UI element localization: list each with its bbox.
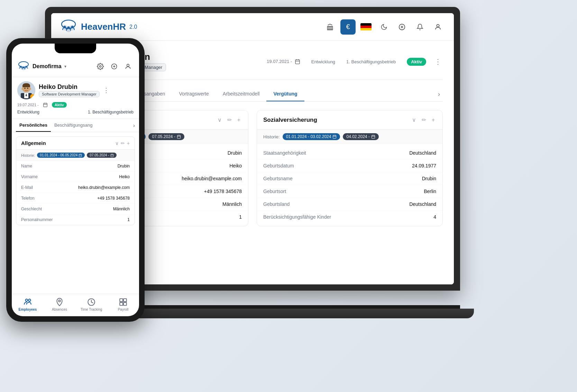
- svg-rect-78: [123, 299, 127, 302]
- app-version: 2.0: [129, 24, 137, 30]
- phone-company-name: Demofirma: [33, 63, 62, 70]
- employee-more-button[interactable]: ⋮: [433, 56, 443, 67]
- phone-nav-time-tracking[interactable]: Time Tracking: [75, 296, 107, 313]
- allgemein-chevron-icon[interactable]: ∨: [216, 115, 223, 125]
- phone-label-geschlecht: Geschlecht: [21, 207, 42, 211]
- phone-tab-persoenliches[interactable]: Persönliches: [16, 119, 51, 132]
- laptop-logo: HeavenHR 2.0: [59, 18, 137, 36]
- phone-tabs-more-icon[interactable]: ›: [133, 122, 135, 129]
- svg-point-8: [437, 24, 439, 27]
- phone-nav-absences[interactable]: Absences: [44, 296, 75, 313]
- sozialversicherung-card-header: Sozialversicherung ∨ ✏ +: [257, 110, 442, 130]
- field-staatsangehoerigkeit: Staatsangehörigkeit Deutschland: [257, 147, 442, 159]
- phone-label-personalnummer: Personalnummer: [21, 217, 53, 222]
- allgemein-edit-icon[interactable]: ✏: [226, 115, 233, 125]
- employees-nav-icon: [23, 298, 32, 307]
- svg-rect-80: [123, 302, 127, 306]
- moon-icon-btn[interactable]: [376, 19, 392, 35]
- value-geburtsort: Berlin: [424, 189, 436, 194]
- phone-tab-beschaeftigung[interactable]: Beschäftigungsang: [51, 119, 96, 132]
- svg-point-74: [28, 299, 31, 301]
- phone-field-vorname: Vorname Heiko: [16, 172, 135, 182]
- phone-value-name: Drubin: [118, 164, 130, 168]
- value-email: heiko.drubin@example.com: [182, 176, 242, 181]
- field-geburtsname: Geburtsname Drubin: [257, 172, 442, 185]
- phone-topbar-actions: [95, 61, 134, 72]
- sozialversicherung-historie-label: Historie:: [263, 134, 280, 139]
- value-geburtsname: Drubin: [422, 176, 436, 181]
- phone-nav-payroll[interactable]: Payroll: [107, 296, 139, 313]
- value-personalnummer: 1: [239, 214, 242, 220]
- sozialversicherung-chevron-icon[interactable]: ∨: [411, 115, 418, 125]
- svg-rect-79: [120, 302, 123, 306]
- tab-vortragswerte[interactable]: Vortragswerte: [172, 87, 216, 101]
- phone-add-icon-btn[interactable]: [109, 61, 120, 72]
- label-geburtsname: Geburtsname: [263, 176, 293, 181]
- phone-allgemein-card: Allgemein ∨ ✏ + Historie: 01.01.2024 - 0…: [16, 136, 135, 225]
- phone-allgemein-historie: Historie: 01.01.2024 - 06.05.2024 07.05.…: [16, 150, 135, 161]
- payroll-nav-icon: [119, 298, 128, 307]
- allgemein-badge2[interactable]: 07.05.2024 -: [148, 133, 184, 140]
- phone-settings-icon-btn[interactable]: [95, 61, 106, 72]
- sozialversicherung-card: Sozialversicherung ∨ ✏ + Historie: 01.01…: [257, 110, 443, 226]
- label-staatsangehoerigkeit: Staatsangehörigkeit: [263, 150, 306, 156]
- bell-icon-btn[interactable]: [412, 19, 428, 35]
- phone-nav-absences-label: Absences: [52, 308, 67, 311]
- phone-nav-employees-label: Employees: [19, 308, 37, 311]
- value-vorname: Heiko: [229, 163, 242, 168]
- phone-emp-meta: 19.07.2021 - Aktiv: [17, 102, 134, 108]
- label-geburtsland: Geburtsland: [263, 201, 290, 207]
- allgemein-add-icon[interactable]: +: [236, 116, 242, 125]
- phone-allgemein-chevron-icon[interactable]: ∨: [115, 140, 119, 146]
- sozialversicherung-badge2[interactable]: 04.02.2024 -: [343, 133, 378, 140]
- phone-allgemein-historie-label: Historie:: [21, 153, 35, 157]
- phone-calendar-icon: [43, 102, 48, 107]
- phone-emp-detail: Entwicklung 1. Beschäftigungsbetrieb: [17, 110, 134, 115]
- phone-scroll-content: Allgemein ∨ ✏ + Historie: 01.01.2024 - 0…: [12, 132, 139, 294]
- app-name: HeavenHR: [81, 21, 126, 32]
- tabs-more-button[interactable]: ›: [435, 88, 443, 101]
- tab-arbeitszeitmodell[interactable]: Arbeitszeitmodell: [216, 87, 267, 101]
- value-geburtsland: Deutschland: [409, 201, 436, 207]
- add-icon-btn[interactable]: [394, 19, 410, 35]
- tab-verguetung[interactable]: Vergütung: [266, 87, 304, 101]
- phone-nav-time-tracking-label: Time Tracking: [81, 308, 102, 311]
- svg-rect-69: [111, 154, 113, 157]
- phone-employee-avatar: ⚠: [17, 81, 35, 99]
- phone-date-from: 19.07.2021 -: [17, 103, 39, 107]
- laptop-topbar-icons: €: [322, 19, 446, 35]
- phone-allgemein-title: Allgemein: [21, 140, 113, 146]
- phone-field-personalnummer: Personalnummer 1: [16, 215, 135, 225]
- employee-department: Entwicklung: [311, 59, 335, 64]
- phone-value-geschlecht: Männlich: [113, 207, 130, 211]
- phone-nav-employees[interactable]: Employees: [12, 296, 44, 313]
- phone-allgemein-badge2[interactable]: 07.05.2024 -: [87, 153, 116, 158]
- sozialversicherung-add-icon[interactable]: +: [430, 116, 436, 125]
- svg-rect-61: [44, 103, 47, 107]
- sozialversicherung-badge1[interactable]: 01.01.2024 - 03.02.2024: [283, 133, 340, 140]
- sozialversicherung-historie: Historie: 01.01.2024 - 03.02.2024 04.02.…: [257, 130, 442, 144]
- svg-point-57: [24, 88, 26, 89]
- phone-allgemein-badge1[interactable]: 01.01.2024 - 06.05.2024: [37, 153, 85, 158]
- phone-bottom-nav: Employees Absences Time Tracking: [12, 294, 139, 316]
- svg-point-49: [127, 64, 129, 66]
- phone-allgemein-header: Allgemein ∨ ✏ +: [16, 137, 135, 150]
- user-icon-btn[interactable]: [430, 19, 446, 35]
- phone-allgemein-add-icon[interactable]: +: [127, 140, 130, 146]
- phone-more-button[interactable]: ⋮: [103, 86, 109, 94]
- euro-icon-btn[interactable]: €: [340, 19, 356, 35]
- flag-icon-btn[interactable]: [358, 19, 374, 35]
- sozialversicherung-edit-icon[interactable]: ✏: [420, 115, 428, 125]
- field-geburtsdatum: Geburtsdatum 24.09.1977: [257, 159, 442, 172]
- phone-field-geschlecht: Geschlecht Männlich: [16, 204, 135, 215]
- phone-emp-name-wrapper: Heiko Drubin Software Development Manage…: [39, 83, 100, 97]
- phone-label-name: Name: [21, 164, 32, 168]
- phone-body: Demofirma ▾: [6, 38, 145, 322]
- phone-allgemein-edit-icon[interactable]: ✏: [121, 140, 125, 146]
- phone-user-icon-btn[interactable]: [122, 61, 134, 72]
- phone-label-email: E-Mail: [21, 185, 33, 190]
- phone-value-personalnummer: 1: [127, 217, 130, 222]
- bank-icon-btn[interactable]: [322, 19, 338, 35]
- phone-device: Demofirma ▾: [6, 38, 145, 322]
- sozialversicherung-card-body: Staatsangehörigkeit Deutschland Geburtsd…: [257, 144, 442, 226]
